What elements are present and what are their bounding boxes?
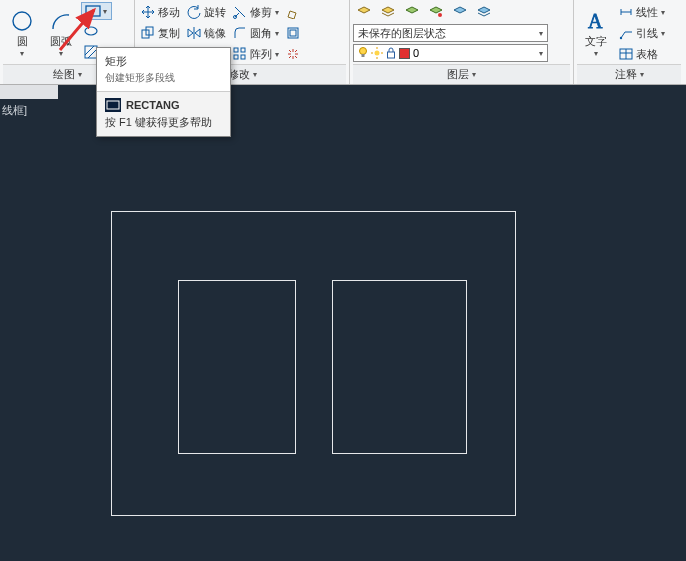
copy-button[interactable]: 复制 [138,23,183,43]
modify-ext1[interactable] [283,2,303,22]
arc-label: 圆弧 [50,34,72,49]
tooltip-help: 按 F1 键获得更多帮助 [105,115,222,130]
circle-button[interactable]: 圆 ▾ [3,2,41,64]
array-icon [233,47,247,61]
fillet-button[interactable]: 圆角▾ [230,23,282,43]
bulb-icon [358,47,368,59]
svg-point-21 [375,51,380,56]
leader-icon [619,26,633,40]
layer-btn6[interactable] [473,2,495,22]
chevron-down-icon: ▾ [594,49,598,58]
svg-point-19 [360,48,367,55]
lock-icon [386,47,396,59]
svg-point-31 [620,37,622,39]
arc-button[interactable]: 圆弧 ▾ [42,2,80,64]
svg-point-0 [13,12,31,30]
svg-rect-17 [290,30,296,36]
tooltip-popup: 矩形 创建矩形多段线 RECTANG 按 F1 键获得更多帮助 [96,47,231,137]
explode-icon [286,47,300,61]
tooltip-title: 矩形 [105,54,222,69]
group-label-anno[interactable]: 注释▾ [577,64,681,84]
trim-icon [233,5,247,19]
mirror-button[interactable]: 镜像 [184,23,229,43]
copy-icon [141,26,155,40]
text-icon: A [584,9,608,33]
wireframe-label: 线框] [2,103,27,118]
layer-state-dropdown[interactable]: 未保存的图层状态▾ [353,24,548,42]
table-button[interactable]: 表格 [616,44,668,64]
linear-dim-button[interactable]: 线性▾ [616,2,668,22]
svg-rect-15 [241,55,245,59]
svg-rect-14 [234,55,238,59]
chevron-down-icon: ▾ [101,7,108,16]
ellipse-button[interactable] [81,21,112,41]
layer-btn1[interactable] [353,2,375,22]
command-icon [105,98,121,112]
tooltip-command: RECTANG [126,99,180,111]
group-layer: 未保存的图层状态▾ 0 ▾ 图层▾ [350,0,574,84]
rotate-button[interactable]: 旋转 [184,2,229,22]
svg-rect-35 [107,101,119,109]
layer-btn2[interactable] [377,2,399,22]
svg-rect-26 [388,52,395,58]
table-icon [619,47,633,61]
group-annotation: A 文字 ▾ 线性▾ 引线▾ 表格 注释▾ [574,0,684,84]
svg-rect-13 [241,48,245,52]
shape-inner-rect-right [332,280,467,454]
svg-rect-1 [86,6,100,16]
rectangle-icon [85,4,101,18]
modify-ext3[interactable] [283,44,303,64]
chevron-down-icon: ▾ [20,49,24,58]
svg-rect-12 [234,48,238,52]
shape-inner-rect-left [178,280,296,454]
layer-btn3[interactable] [401,2,423,22]
circle-icon [10,9,34,33]
modify-ext2[interactable] [283,23,303,43]
group-label-layer[interactable]: 图层▾ [353,64,570,84]
layer-btn5[interactable] [449,2,471,22]
layer-current-dropdown[interactable]: 0 ▾ [353,44,548,62]
leader-button[interactable]: 引线▾ [616,23,668,43]
svg-point-2 [85,27,97,35]
move-button[interactable]: 移动 [138,2,183,22]
color-swatch [399,48,410,59]
rectangle-button[interactable]: ▾ [81,2,112,20]
svg-text:A: A [588,10,603,32]
status-truncated [0,85,58,99]
chevron-down-icon: ▾ [59,49,63,58]
text-label: 文字 [585,34,607,49]
sun-icon [371,47,383,59]
svg-point-18 [438,13,442,17]
fillet-icon [233,26,247,40]
layer-btn4[interactable] [425,2,447,22]
array-button[interactable]: 阵列▾ [230,44,282,64]
drawing-canvas[interactable]: 线框] [0,85,686,547]
mirror-icon [187,26,201,40]
circle-label: 圆 [17,34,28,49]
svg-rect-20 [362,54,365,57]
move-icon [141,5,155,19]
pencil-icon [286,5,300,19]
rotate-icon [187,5,201,19]
ellipse-icon [84,24,98,38]
trim-button[interactable]: 修剪▾ [230,2,282,22]
text-button[interactable]: A 文字 ▾ [577,2,615,64]
linear-icon [619,5,633,19]
offset-icon [286,26,300,40]
arc-icon [49,9,73,33]
tooltip-desc: 创建矩形多段线 [105,71,222,85]
